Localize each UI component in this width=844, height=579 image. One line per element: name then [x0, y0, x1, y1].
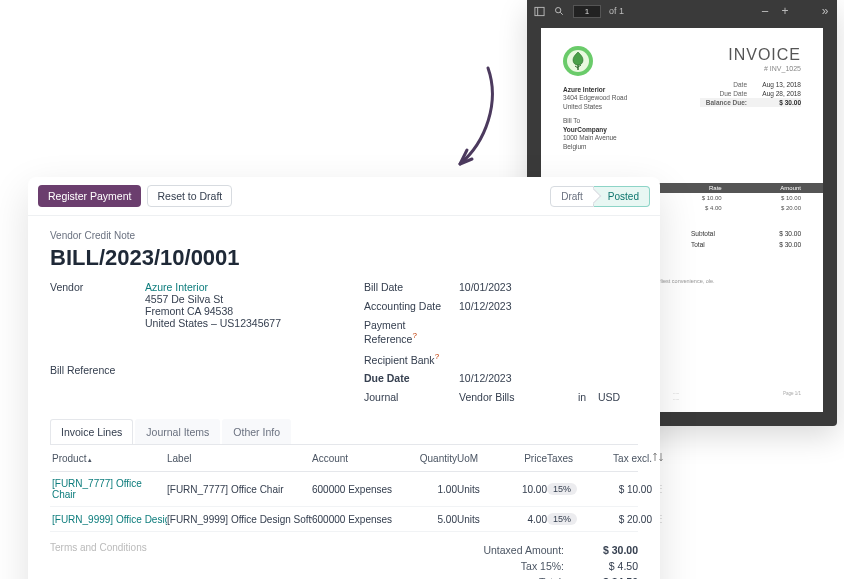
cell-account[interactable]: 600000 Expenses — [312, 514, 407, 525]
vendor-value: Azure Interior 4557 De Silva St Fremont … — [145, 281, 324, 357]
svg-line-3 — [560, 12, 563, 15]
cell-taxexcl: $ 10.00 — [597, 484, 652, 495]
cell-taxexcl: $ 20.00 — [597, 514, 652, 525]
accounting-date-value[interactable]: 10/12/2023 — [459, 300, 638, 312]
grid-header: Product Label Account Quantity UoM Price… — [50, 445, 638, 472]
payment-reference-value[interactable] — [459, 319, 638, 345]
col-product[interactable]: Product — [52, 453, 167, 464]
cell-product[interactable]: [FURN_9999] Office Design Softw — [52, 514, 167, 525]
pdf-page-input[interactable]: 1 — [573, 5, 601, 18]
tools-icon[interactable]: » — [819, 5, 831, 17]
terms-placeholder[interactable]: Terms and Conditions — [50, 532, 438, 553]
tab-journal-items[interactable]: Journal Items — [135, 419, 220, 444]
cell-price[interactable]: 4.00 — [497, 514, 547, 525]
left-fields: Vendor Azure Interior 4557 De Silva St F… — [50, 281, 324, 403]
tab-other-info[interactable]: Other Info — [222, 419, 291, 444]
lines-grid: Product Label Account Quantity UoM Price… — [50, 445, 638, 532]
card-toolbar: Register Payment Reset to Draft Draft Po… — [28, 177, 660, 216]
tax-badge[interactable]: 15% — [547, 483, 577, 495]
vendor-logo-icon — [563, 46, 593, 76]
pdf-page-count: of 1 — [609, 6, 624, 16]
vendor-label: Vendor — [50, 281, 145, 357]
arrow-decoration — [430, 62, 510, 177]
cell-label[interactable]: [FURN_7777] Office Chair — [167, 484, 312, 495]
invoice-totals: Subtotal$ 30.00 Total$ 30.00 — [691, 228, 801, 250]
right-fields: Bill Date 10/01/2023 Accounting Date 10/… — [364, 281, 638, 403]
col-price[interactable]: Price — [497, 453, 547, 464]
record-type-label: Vendor Credit Note — [50, 230, 638, 241]
recipient-bank-value[interactable] — [459, 352, 638, 366]
pdf-toolbar: 1 of 1 − + » — [527, 0, 837, 22]
col-label[interactable]: Label — [167, 453, 312, 464]
journal-label: Journal — [364, 391, 459, 403]
invoice-number: # INV_1025 — [728, 65, 801, 72]
col-taxes[interactable]: Taxes — [547, 453, 597, 464]
invoice-meta: DateAug 13, 2018 Due DateAug 28, 2018 Ba… — [700, 80, 801, 151]
cell-qty[interactable]: 5.00 — [407, 514, 457, 525]
accounting-date-label: Accounting Date — [364, 300, 459, 312]
bill-reference-value[interactable] — [145, 364, 324, 404]
grid-row[interactable]: [FURN_9999] Office Design Softw [FURN_99… — [50, 507, 638, 532]
cell-uom[interactable]: Units — [457, 484, 497, 495]
reset-to-draft-button[interactable]: Reset to Draft — [147, 185, 232, 207]
zoom-out-icon[interactable]: − — [759, 5, 771, 17]
payment-reference-label: Payment Reference? — [364, 319, 459, 345]
zoom-in-icon[interactable]: + — [779, 5, 791, 17]
in-label: in — [578, 391, 598, 403]
bill-date-label: Bill Date — [364, 281, 459, 293]
tax-badge[interactable]: 15% — [547, 513, 577, 525]
currency-value[interactable]: USD — [598, 391, 638, 403]
col-taxexcl[interactable]: Tax excl. — [597, 453, 652, 464]
cell-qty[interactable]: 1.00 — [407, 484, 457, 495]
recipient-bank-label: Recipient Bank? — [364, 352, 459, 366]
invoice-title: INVOICE — [728, 46, 801, 64]
vendor-link[interactable]: Azure Interior — [145, 281, 208, 293]
tabs: Invoice Lines Journal Items Other Info — [50, 419, 638, 445]
bill-reference-label: Bill Reference — [50, 364, 145, 404]
register-payment-button[interactable]: Register Payment — [38, 185, 141, 207]
sidebar-toggle-icon[interactable] — [533, 5, 545, 17]
bill-record-card: Register Payment Reset to Draft Draft Po… — [28, 177, 660, 579]
grid-row[interactable]: [FURN_7777] Office Chair [FURN_7777] Off… — [50, 472, 638, 507]
cell-uom[interactable]: Units — [457, 514, 497, 525]
cell-product[interactable]: [FURN_7777] Office Chair — [52, 478, 167, 500]
col-uom[interactable]: UoM — [457, 453, 497, 464]
row-menu-icon[interactable]: ⋮ — [652, 514, 670, 524]
col-quantity[interactable]: Quantity — [407, 453, 457, 464]
summary-block: Untaxed Amount:$ 30.00 Tax 15%:$ 4.50 To… — [438, 532, 638, 579]
search-icon[interactable] — [553, 5, 565, 17]
cell-price[interactable]: 10.00 — [497, 484, 547, 495]
bill-number: BILL/2023/10/0001 — [50, 245, 638, 271]
bill-date-value[interactable]: 10/01/2023 — [459, 281, 638, 293]
status-bar: Draft Posted — [550, 186, 650, 207]
status-posted[interactable]: Posted — [594, 186, 650, 207]
col-account[interactable]: Account — [312, 453, 407, 464]
invoice-from-block: Azure Interior 3404 Edgewood Road United… — [563, 86, 627, 151]
row-menu-icon[interactable]: ⋮ — [652, 484, 670, 494]
svg-rect-0 — [534, 7, 543, 15]
cell-account[interactable]: 600000 Expenses — [312, 484, 407, 495]
tab-invoice-lines[interactable]: Invoice Lines — [50, 419, 133, 444]
cell-label[interactable]: [FURN_9999] Office Design Software — [167, 514, 312, 525]
column-settings-icon[interactable] — [652, 451, 670, 465]
due-date-label: Due Date — [364, 372, 459, 384]
due-date-value[interactable]: 10/12/2023 — [459, 372, 638, 384]
svg-point-2 — [556, 8, 561, 13]
journal-value[interactable]: Vendor Bills — [459, 391, 578, 403]
